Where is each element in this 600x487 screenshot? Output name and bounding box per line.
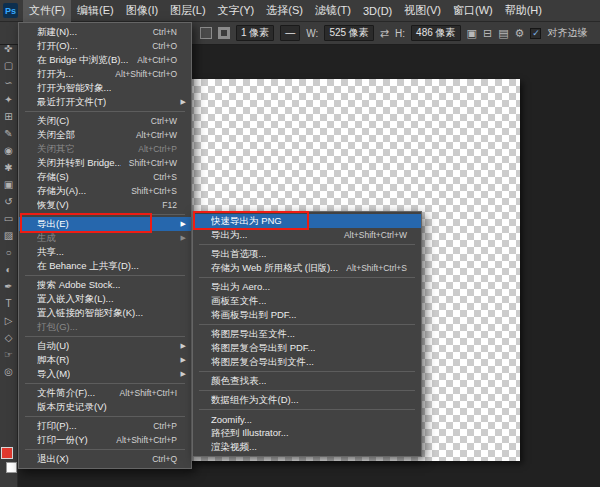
- file-menu-item[interactable]: 打包(G)...: [19, 320, 191, 334]
- export-submenu-item[interactable]: 颜色查找表...: [193, 374, 421, 388]
- menubar-item[interactable]: 编辑(E): [71, 0, 120, 22]
- eyedropper-tool-icon[interactable]: ✎: [0, 125, 17, 142]
- align-edges-checkbox[interactable]: ✓: [530, 28, 541, 39]
- export-submenu-item[interactable]: Zoomify...: [193, 412, 421, 426]
- file-menu-item[interactable]: 导出(E) ▶: [19, 217, 191, 231]
- file-menu-item[interactable]: 最近打开文件(T) ▶: [19, 95, 191, 109]
- menu-item-shortcut: Ctrl+P: [145, 421, 177, 431]
- file-menu-item[interactable]: 打印(P)... Ctrl+P: [19, 419, 191, 433]
- export-submenu-item[interactable]: 画板至文件...: [193, 294, 421, 308]
- file-menu-item[interactable]: 退出(X) Ctrl+Q: [19, 452, 191, 466]
- lasso-tool-icon[interactable]: ∽: [0, 74, 17, 91]
- file-menu-item[interactable]: 关闭(C) Ctrl+W: [19, 114, 191, 128]
- file-menu-item[interactable]: 文件简介(F)... Alt+Shift+Ctrl+I: [19, 386, 191, 400]
- history-brush-tool-icon[interactable]: ↺: [0, 193, 17, 210]
- menubar-item[interactable]: 文件(F): [23, 0, 71, 22]
- file-menu-item[interactable]: 在 Behance 上共享(D)...: [19, 259, 191, 273]
- export-submenu-item[interactable]: 快速导出为 PNG: [193, 214, 421, 228]
- menu-item-label: 颜色查找表...: [211, 375, 266, 388]
- background-color-swatch[interactable]: [6, 462, 17, 473]
- file-menu-item[interactable]: 打开(O)... Ctrl+O: [19, 39, 191, 53]
- stroke-style-picker[interactable]: —: [280, 25, 300, 41]
- blur-tool-icon[interactable]: ○: [0, 244, 17, 261]
- quick-selection-tool-icon[interactable]: ✦: [0, 91, 17, 108]
- menubar-item[interactable]: 视图(V): [398, 0, 447, 22]
- submenu-arrow-icon: ▶: [177, 98, 186, 106]
- menubar-item[interactable]: 窗口(W): [447, 0, 499, 22]
- export-submenu-item[interactable]: 将图层复合导出到文件...: [193, 355, 421, 369]
- menu-item-shortcut: Alt+Ctrl+W: [128, 130, 177, 140]
- eraser-tool-icon[interactable]: ▭: [0, 210, 17, 227]
- file-menu-item[interactable]: 脚本(R) ▶: [19, 353, 191, 367]
- menubar-item[interactable]: 文字(Y): [212, 0, 261, 22]
- file-menu-item[interactable]: 恢复(V) F12: [19, 198, 191, 212]
- menu-item-shortcut: Alt+Shift+Ctrl+S: [338, 263, 407, 273]
- path-select-tool-icon[interactable]: ▷: [0, 312, 17, 329]
- gear-icon[interactable]: ⚙: [515, 27, 525, 40]
- healing-brush-tool-icon[interactable]: ◉: [0, 142, 17, 159]
- gradient-tool-icon[interactable]: ▨: [0, 227, 17, 244]
- file-menu-item[interactable]: 打印一份(Y) Alt+Shift+Ctrl+P: [19, 433, 191, 447]
- export-submenu-item[interactable]: 数据组作为文件(D)...: [193, 393, 421, 407]
- menubar-item-label: 文件(F): [29, 3, 65, 18]
- crop-tool-icon[interactable]: ⊞: [0, 108, 17, 125]
- export-submenu-item[interactable]: 渲染视频...: [193, 440, 421, 454]
- file-menu-item[interactable]: 打开为... Alt+Shift+Ctrl+O: [19, 67, 191, 81]
- clone-stamp-tool-icon[interactable]: ▣: [0, 176, 17, 193]
- file-menu-item[interactable]: 关闭全部 Alt+Ctrl+W: [19, 128, 191, 142]
- stroke-swatch[interactable]: [218, 27, 230, 39]
- export-submenu-item[interactable]: 导出首选项...: [193, 247, 421, 261]
- export-submenu-item[interactable]: 将图层复合导出到 PDF...: [193, 341, 421, 355]
- menubar-item[interactable]: 图层(L): [164, 0, 211, 22]
- file-menu-item[interactable]: 搜索 Adobe Stock...: [19, 278, 191, 292]
- file-menu-item[interactable]: 存储为(A)... Shift+Ctrl+S: [19, 184, 191, 198]
- foreground-color-swatch[interactable]: [1, 447, 13, 459]
- file-menu-item[interactable]: 自动(U) ▶: [19, 339, 191, 353]
- menubar-item[interactable]: 图像(I): [120, 0, 164, 22]
- menubar-item[interactable]: 选择(S): [260, 0, 309, 22]
- export-submenu-item[interactable]: 导出为 Aero...: [193, 280, 421, 294]
- marquee-tool-icon[interactable]: ▢: [0, 57, 17, 74]
- export-submenu-item[interactable]: 导出为... Alt+Shift+Ctrl+W: [193, 228, 421, 242]
- export-submenu-item[interactable]: 路径到 Illustrator...: [193, 426, 421, 440]
- color-swatches[interactable]: [1, 447, 17, 473]
- menubar-item[interactable]: 3D(D): [357, 0, 398, 22]
- export-submenu-item[interactable]: 将图层导出至文件...: [193, 327, 421, 341]
- file-menu-item[interactable]: 关闭其它 Alt+Ctrl+P: [19, 142, 191, 156]
- menubar-item[interactable]: 帮助(H): [499, 0, 548, 22]
- link-dimensions-icon[interactable]: ⇄: [380, 27, 389, 40]
- zoom-tool-icon[interactable]: ◎: [0, 363, 17, 380]
- path-operations-icon[interactable]: ▣: [467, 27, 477, 40]
- file-menu-item[interactable]: 生成 ▶: [19, 231, 191, 245]
- file-menu: 新建(N)... Ctrl+N 打开(O)... Ctrl+O 在 Bridge…: [18, 22, 192, 469]
- file-menu-item[interactable]: 置入链接的智能对象(K)...: [19, 306, 191, 320]
- submenu-arrow-icon: ▶: [177, 234, 186, 242]
- file-menu-item[interactable]: 新建(N)... Ctrl+N: [19, 25, 191, 39]
- file-menu-item[interactable]: 在 Bridge 中浏览(B)... Alt+Ctrl+O: [19, 53, 191, 67]
- file-menu-item[interactable]: 置入嵌入对象(L)...: [19, 292, 191, 306]
- width-field[interactable]: 525 像素: [324, 25, 373, 41]
- path-arrange-icon[interactable]: ▤: [498, 27, 508, 40]
- dodge-tool-icon[interactable]: ◐: [0, 261, 17, 278]
- export-submenu-item[interactable]: 将画板导出到 PDF...: [193, 308, 421, 322]
- file-menu-item[interactable]: 共享...: [19, 245, 191, 259]
- brush-tool-icon[interactable]: ✱: [0, 159, 17, 176]
- menubar-item[interactable]: 滤镜(T): [309, 0, 357, 22]
- shape-tool-icon[interactable]: ◇: [0, 329, 17, 346]
- file-menu-item[interactable]: 打开为智能对象...: [19, 81, 191, 95]
- height-field[interactable]: 486 像素: [411, 25, 460, 41]
- hand-tool-icon[interactable]: ☞: [0, 346, 17, 363]
- fill-swatch[interactable]: [200, 27, 212, 39]
- file-menu-item[interactable]: 导入(M) ▶: [19, 367, 191, 381]
- file-menu-item[interactable]: 存储(S) Ctrl+S: [19, 170, 191, 184]
- menu-item-label: 打开为智能对象...: [37, 82, 111, 95]
- pen-tool-icon[interactable]: ✒: [0, 278, 17, 295]
- menu-item-label: 脚本(R): [37, 354, 69, 367]
- file-menu-item[interactable]: 关闭并转到 Bridge... Shift+Ctrl+W: [19, 156, 191, 170]
- submenu-arrow-icon: ▶: [177, 370, 186, 378]
- path-alignment-icon[interactable]: ⊟: [483, 27, 492, 40]
- type-tool-icon[interactable]: T: [0, 295, 17, 312]
- export-submenu-item[interactable]: 存储为 Web 所用格式 (旧版)... Alt+Shift+Ctrl+S: [193, 261, 421, 275]
- stroke-width-field[interactable]: 1 像素: [236, 25, 274, 41]
- file-menu-item[interactable]: 版本历史记录(V): [19, 400, 191, 414]
